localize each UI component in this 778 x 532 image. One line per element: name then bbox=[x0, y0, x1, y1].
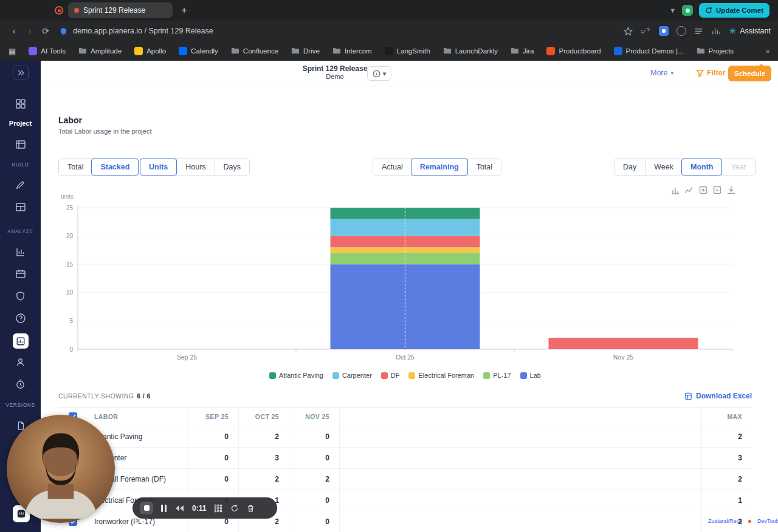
legend-item-carpenter[interactable]: Carpenter bbox=[332, 372, 372, 379]
currently-showing-label: CURRENTLY SHOWING bbox=[58, 392, 134, 400]
board-icon[interactable] bbox=[0, 139, 41, 150]
legend-item-df[interactable]: DF bbox=[381, 372, 400, 379]
toggle-unit-hours[interactable]: Hours bbox=[176, 159, 214, 175]
table-icon[interactable] bbox=[0, 202, 41, 213]
legend-swatch-icon bbox=[483, 372, 490, 379]
share-link-icon[interactable] bbox=[641, 26, 651, 36]
legend-item-atlantic-paving[interactable]: Atlantic Paving bbox=[269, 372, 323, 379]
delete-recording-button[interactable] bbox=[247, 504, 255, 513]
recording-indicator-icon bbox=[55, 6, 63, 15]
project-grid-icon[interactable] bbox=[0, 98, 41, 109]
meeting-indicator-icon[interactable] bbox=[682, 5, 693, 16]
more-button[interactable]: More▾ bbox=[650, 69, 673, 77]
download-excel-button[interactable]: Download Excel bbox=[684, 392, 752, 400]
toggle-period-day[interactable]: Day bbox=[614, 159, 645, 175]
zoom-reset-icon[interactable] bbox=[712, 185, 722, 195]
assistant-logo-icon: ✳ bbox=[729, 26, 737, 36]
toggle-unit-days[interactable]: Days bbox=[215, 159, 249, 175]
table-header-row: LABORSEP 25OCT 25NOV 25MAX bbox=[58, 407, 752, 426]
shield-icon[interactable] bbox=[0, 291, 41, 301]
bookmark-amplitude[interactable]: Amplitude bbox=[78, 47, 122, 55]
svg-text:0: 0 bbox=[69, 346, 73, 353]
toggle-data-mode-total[interactable]: Total bbox=[467, 159, 501, 175]
download-chart-icon[interactable] bbox=[726, 185, 736, 195]
filter-button[interactable]: Filter bbox=[696, 69, 726, 77]
help-icon[interactable] bbox=[0, 313, 41, 324]
toggle-view-mode-total[interactable]: Total bbox=[59, 159, 92, 175]
bookmarks-overflow-button[interactable]: » bbox=[766, 47, 769, 55]
toggle-period-month[interactable]: Month bbox=[681, 159, 722, 176]
browser-tab[interactable]: Sprint 129 Release bbox=[68, 2, 173, 18]
toggle-unit-units[interactable]: Units bbox=[140, 159, 177, 176]
labor-resources-selected-icon[interactable] bbox=[13, 333, 29, 349]
toggle-group-view-mode: TotalStacked bbox=[58, 159, 139, 176]
bookmark-langsmith[interactable]: LangSmith bbox=[385, 47, 430, 55]
assistant-button[interactable]: ✳ Assistant bbox=[729, 26, 771, 36]
table-meta-row: CURRENTLY SHOWING 6 / 6 Download Excel bbox=[58, 392, 752, 400]
chevron-down-icon[interactable]: ▼ bbox=[669, 7, 676, 14]
bookmark-intercom[interactable]: Intercom bbox=[332, 47, 372, 55]
back-button[interactable]: ‹ bbox=[6, 26, 22, 36]
toggle-period-year[interactable]: Year bbox=[721, 159, 754, 175]
site-badge-icon bbox=[58, 26, 68, 36]
equalizer-icon[interactable] bbox=[712, 26, 721, 36]
extension-blue-icon[interactable] bbox=[659, 26, 669, 36]
toggle-data-mode-actual[interactable]: Actual bbox=[373, 159, 411, 175]
bookmark-jira[interactable]: Jira bbox=[511, 47, 534, 55]
bookmark-ai-tools[interactable]: AI Tools bbox=[29, 47, 66, 55]
browser-addressbar: ‹ › ⟳ demo.app.planera.io / Sprint 129 R… bbox=[0, 21, 778, 41]
timer-icon[interactable] bbox=[0, 379, 41, 389]
rewind-button[interactable] bbox=[174, 505, 184, 512]
page-subtitle: Total Labor usage in the project bbox=[58, 128, 152, 135]
apps-grid-icon[interactable]: ▦ bbox=[9, 47, 16, 56]
devtools-badges: Zustand/Reco DevTools bbox=[708, 518, 778, 524]
bookmark-confluence[interactable]: Confluence bbox=[231, 47, 278, 55]
webcam-overlay[interactable] bbox=[7, 415, 115, 523]
chart-type-bar-icon[interactable] bbox=[670, 185, 680, 195]
bookmark-star-icon[interactable] bbox=[624, 26, 633, 36]
bookmark-calendly[interactable]: Calendly bbox=[179, 47, 218, 55]
bar-chart-icon[interactable] bbox=[0, 247, 41, 257]
url-text[interactable]: demo.app.planera.io / Sprint 129 Release bbox=[73, 27, 213, 35]
forward-button[interactable]: › bbox=[22, 26, 38, 36]
pencil-icon[interactable] bbox=[0, 180, 41, 190]
bookmark-product-demos[interactable]: Product Demos |... bbox=[614, 47, 684, 55]
toggle-period-week[interactable]: Week bbox=[645, 159, 682, 175]
person-doc-icon[interactable] bbox=[0, 357, 41, 367]
blur-grid-icon[interactable] bbox=[214, 504, 222, 513]
bar-segment-df-nov-25[interactable] bbox=[549, 338, 698, 349]
x-tick-label: Oct 25 bbox=[396, 353, 415, 361]
chart-toolbar bbox=[670, 185, 736, 195]
bookmark-productboard[interactable]: Productboard bbox=[546, 47, 601, 55]
legend-item-pl-17[interactable]: PL-17 bbox=[483, 372, 511, 379]
svg-text:20: 20 bbox=[66, 233, 74, 239]
chart-type-line-icon[interactable] bbox=[684, 185, 694, 195]
project-info-dropdown[interactable]: ▾ bbox=[367, 66, 391, 81]
bookmark-drive[interactable]: Drive bbox=[291, 47, 320, 55]
schedule-button[interactable]: Schedule bbox=[728, 66, 771, 81]
page-title: Labor bbox=[58, 115, 82, 125]
chevron-down-icon: ▾ bbox=[383, 70, 387, 78]
refresh-button[interactable]: ⟳ bbox=[38, 26, 53, 36]
legend-item-lab[interactable]: Lab bbox=[520, 372, 541, 379]
toggle-view-mode-stacked[interactable]: Stacked bbox=[91, 159, 139, 176]
bookmark-launchdarkly[interactable]: LaunchDarkly bbox=[443, 47, 498, 55]
pause-recording-button[interactable] bbox=[161, 505, 167, 512]
zoom-selection-icon[interactable] bbox=[698, 185, 708, 195]
devtools-badge[interactable]: DevTools bbox=[757, 518, 778, 524]
zustand-badge[interactable]: Zustand/Reco bbox=[708, 518, 742, 524]
stop-recording-button[interactable] bbox=[140, 502, 153, 514]
calendar-icon[interactable] bbox=[0, 268, 41, 279]
toggle-data-mode-remaining[interactable]: Remaining bbox=[411, 159, 468, 176]
new-tab-button[interactable]: + bbox=[181, 4, 187, 16]
restart-recording-button[interactable] bbox=[230, 504, 239, 513]
bar-segment-atlantic-paving-oct-25[interactable] bbox=[331, 208, 480, 219]
bookmark-projects[interactable]: Projects bbox=[697, 47, 734, 55]
expand-sidebar-button[interactable] bbox=[13, 66, 29, 80]
reading-list-icon[interactable] bbox=[694, 26, 704, 36]
currently-showing-count: 6 / 6 bbox=[137, 392, 150, 400]
legend-item-electrical-foreman[interactable]: Electrical Foreman bbox=[408, 372, 474, 379]
update-comet-button[interactable]: Update Comet bbox=[699, 3, 769, 18]
extension-circle-icon[interactable] bbox=[676, 26, 686, 36]
bookmark-apollo[interactable]: Apollo bbox=[134, 47, 166, 55]
